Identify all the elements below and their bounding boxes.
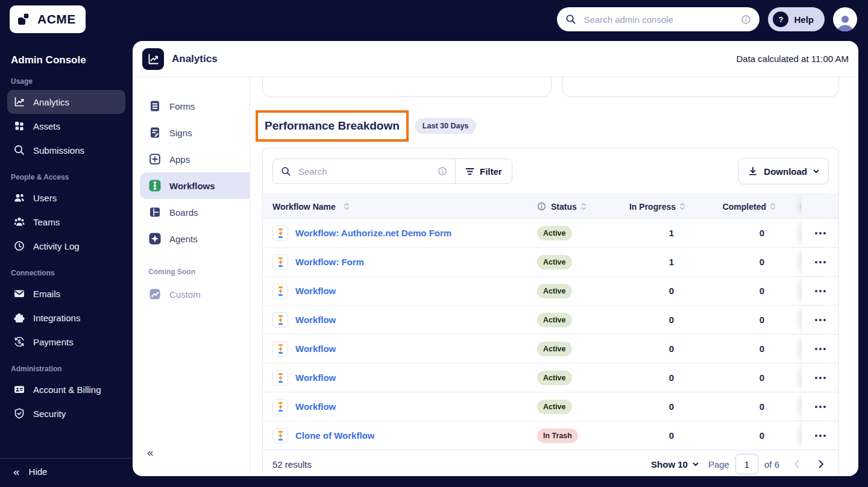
workflow-icon <box>272 341 288 357</box>
topbar: ACME ? Help <box>0 0 868 39</box>
sidebar-item-integrations[interactable]: Integrations <box>7 306 125 330</box>
avatar[interactable] <box>833 7 857 31</box>
column-completed[interactable]: Completed <box>694 202 784 212</box>
nav-item-signs[interactable]: Signs <box>133 119 250 146</box>
workflow-link[interactable]: Workflow: Form <box>295 257 364 267</box>
collapse-icon: « <box>13 466 20 477</box>
page-size-select[interactable]: Show 10 <box>651 459 699 470</box>
workflow-link[interactable]: Workflow <box>295 401 336 412</box>
sidebar-item-assets[interactable]: Assets <box>7 114 125 138</box>
cell-completed: 0 <box>694 430 784 441</box>
sidebar-item-label: Teams <box>33 217 60 227</box>
workflow-link[interactable]: Workflow <box>295 344 336 354</box>
table-search-input[interactable] <box>297 166 432 177</box>
workflow-link[interactable]: Workflow <box>295 315 336 325</box>
sidebar-item-security[interactable]: Security <box>7 401 125 426</box>
sidebar-item-analytics[interactable]: Analytics <box>7 90 125 114</box>
sort-icon[interactable] <box>343 203 350 210</box>
nav-item-boards[interactable]: Boards <box>133 199 250 225</box>
table-row: Workflow Active 0 0 <box>263 276 838 305</box>
column-workflow-name[interactable]: Workflow Name <box>263 202 537 212</box>
sort-icon[interactable] <box>769 203 776 210</box>
search-icon <box>565 14 576 25</box>
row-actions-button[interactable] <box>811 402 829 412</box>
row-actions-button[interactable] <box>811 228 829 238</box>
table-row: Clone of Workflow In Trash 0 0 <box>263 421 838 450</box>
sidebar-item-activity-log[interactable]: Activity Log <box>7 234 125 258</box>
sidebar-item-users[interactable]: Users <box>7 186 125 210</box>
section-label-people: People & Access <box>7 173 125 181</box>
stat-card-partial <box>562 77 839 97</box>
previous-page-button[interactable] <box>789 457 804 471</box>
row-actions-button[interactable] <box>811 431 829 441</box>
sidebar-item-label: Assets <box>33 121 60 131</box>
sidebar-item-submissions[interactable]: Submissions <box>7 138 125 162</box>
scrolled-cards <box>262 77 839 97</box>
filter-label: Filter <box>480 166 502 177</box>
admin-search-input[interactable] <box>582 14 735 25</box>
stat-card-partial <box>262 77 552 97</box>
row-actions-button[interactable] <box>811 315 829 325</box>
workflow-link[interactable]: Clone of Workflow <box>295 430 374 441</box>
workflow-icon <box>272 283 288 299</box>
sidebar-item-payments[interactable]: $ Payments <box>7 330 125 354</box>
download-button[interactable]: Download <box>738 158 829 184</box>
sidebar-item-teams[interactable]: Teams <box>7 210 125 234</box>
users-icon <box>13 192 25 204</box>
row-actions-button[interactable] <box>811 257 829 267</box>
sidebar-item-emails[interactable]: Emails <box>7 281 125 306</box>
workflow-link[interactable]: Workflow: Authorize.net Demo Form <box>295 228 451 238</box>
puzzle-icon <box>13 312 25 324</box>
info-icon[interactable] <box>537 202 546 211</box>
workflow-icon <box>272 370 288 386</box>
question-icon: ? <box>773 11 788 27</box>
id-card-icon <box>13 383 25 395</box>
table-row: Workflow Active 0 0 <box>263 392 838 421</box>
page-number-input[interactable] <box>735 454 758 474</box>
status-badge: Active <box>537 255 572 269</box>
row-actions-button[interactable] <box>811 286 829 296</box>
nav-item-label: Signs <box>169 128 192 138</box>
sidebar-item-account-billing[interactable]: Account & Billing <box>7 377 125 401</box>
workflow-link[interactable]: Workflow <box>295 372 336 383</box>
analytics-content: Performance Breakdown Last 30 Days <box>250 77 858 476</box>
sidebar-title: Admin Console <box>7 54 125 66</box>
sidebar-item-label: Submissions <box>33 145 84 156</box>
sort-icon[interactable] <box>679 203 686 210</box>
column-status[interactable]: Status <box>537 202 614 212</box>
nav-item-workflows[interactable]: Workflows <box>140 172 250 199</box>
next-page-button[interactable] <box>814 457 829 471</box>
cell-completed: 0 <box>694 401 784 412</box>
row-actions-button[interactable] <box>811 344 829 354</box>
analytics-app-icon <box>142 48 164 70</box>
hide-label: Hide <box>29 467 48 477</box>
help-button[interactable]: ? Help <box>768 7 825 31</box>
status-badge: In Trash <box>537 429 578 443</box>
nav-collapse-button[interactable]: « <box>147 446 154 459</box>
workflow-icon <box>272 225 288 241</box>
brand-logo[interactable]: ACME <box>10 5 86 33</box>
column-label: Completed <box>723 202 766 212</box>
sidebar-hide-button[interactable]: « Hide <box>0 458 133 487</box>
person-icon <box>835 13 855 31</box>
status-badge: Active <box>537 371 572 385</box>
sort-icon[interactable] <box>580 203 587 210</box>
nav-item-forms[interactable]: Forms <box>133 93 250 119</box>
help-label: Help <box>794 14 814 25</box>
workflow-link[interactable]: Workflow <box>295 286 336 296</box>
nav-item-apps[interactable]: Apps <box>133 146 250 172</box>
main-panel: Analytics Data calculated at 11:00 AM Fo… <box>133 41 858 476</box>
nav-item-label: Forms <box>169 101 195 112</box>
filter-icon <box>465 168 474 175</box>
filter-button[interactable]: Filter <box>455 159 512 183</box>
cell-in-progress: 0 <box>614 401 694 412</box>
row-actions-button[interactable] <box>811 373 829 383</box>
nav-item-custom[interactable]: Custom <box>133 281 250 307</box>
nav-item-agents[interactable]: Agents <box>133 225 250 252</box>
search-info-icon[interactable] <box>741 14 751 25</box>
search-info-icon[interactable] <box>438 166 447 176</box>
table-row: Workflow Active 0 0 <box>263 334 838 363</box>
nav-item-label: Workflows <box>169 181 215 191</box>
cell-in-progress: 0 <box>614 344 694 354</box>
column-in-progress[interactable]: In Progress <box>614 202 694 212</box>
